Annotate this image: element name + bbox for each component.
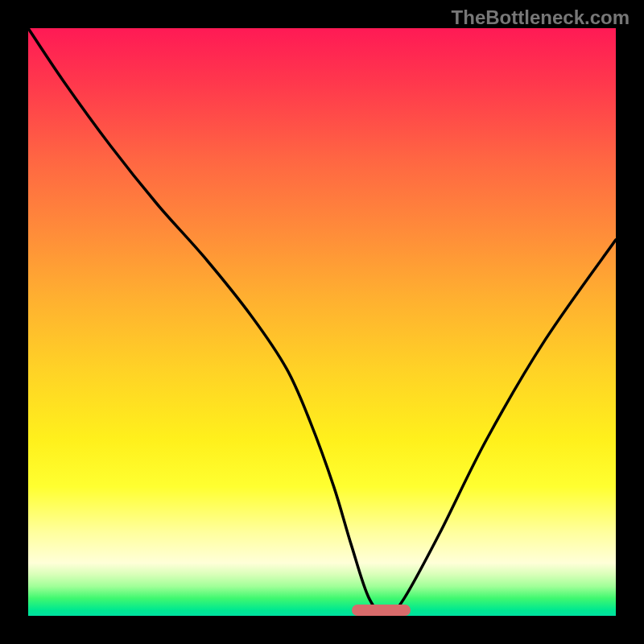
bottleneck-curve (28, 28, 616, 616)
watermark-text: TheBottleneck.com (452, 6, 630, 29)
sweet-spot-marker (352, 605, 411, 616)
chart-plot-area (28, 28, 616, 616)
